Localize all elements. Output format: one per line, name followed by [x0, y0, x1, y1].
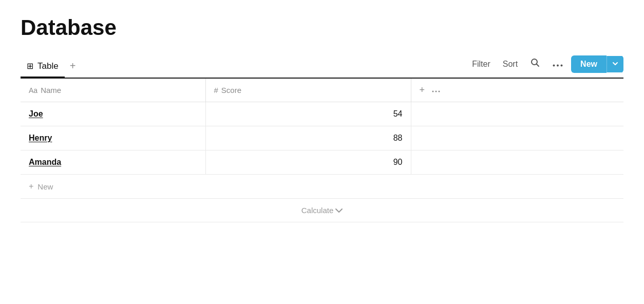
tab-table-label: Table	[37, 61, 59, 71]
new-button-dropdown[interactable]	[607, 56, 623, 72]
svg-point-3	[557, 65, 559, 67]
text-type-icon: Aa	[29, 86, 37, 94]
column-name-label: Name	[41, 86, 61, 94]
new-button-group: New	[571, 55, 623, 73]
svg-point-6	[435, 91, 437, 92]
table-icon: ⊞	[27, 61, 33, 71]
add-view-button[interactable]: +	[65, 58, 81, 74]
svg-point-2	[553, 65, 555, 67]
calculate-cell[interactable]: Calculate	[21, 199, 623, 222]
sort-button[interactable]: Sort	[499, 56, 522, 72]
calculate-label: Calculate	[301, 206, 334, 215]
add-column-button[interactable]: +	[420, 85, 425, 96]
column-score-label: Score	[221, 86, 241, 94]
calculate-row[interactable]: Calculate	[21, 199, 623, 222]
table-row[interactable]: Henry 88	[21, 126, 623, 150]
svg-point-5	[432, 91, 434, 92]
calculate-chevron-icon	[335, 208, 343, 213]
database-table: Aa Name # Score +	[21, 79, 623, 222]
cell-name[interactable]: Henry	[21, 126, 205, 150]
column-header-actions: +	[411, 79, 623, 102]
svg-line-1	[537, 64, 539, 67]
column-more-button[interactable]	[432, 86, 440, 94]
calculate-content[interactable]: Calculate	[29, 206, 615, 215]
cell-name[interactable]: Joe	[21, 102, 205, 126]
tab-table[interactable]: ⊞ Table	[21, 56, 65, 78]
cell-score[interactable]: 88	[205, 126, 411, 150]
svg-point-7	[439, 91, 440, 92]
search-icon	[530, 58, 540, 68]
column-header-name[interactable]: Aa Name	[21, 79, 205, 102]
cell-empty	[411, 102, 623, 126]
cell-score[interactable]: 54	[205, 102, 411, 126]
table-row[interactable]: Amanda 90	[21, 150, 623, 175]
new-button[interactable]: New	[571, 55, 607, 73]
cell-score[interactable]: 90	[205, 150, 411, 175]
new-row-label: New	[37, 182, 53, 191]
search-button[interactable]	[526, 54, 544, 73]
new-row-plus-icon: +	[29, 182, 33, 191]
table-row[interactable]: Joe 54	[21, 102, 623, 126]
column-header-score[interactable]: # Score	[205, 79, 411, 102]
new-row-cell[interactable]: + New	[21, 175, 623, 199]
toolbar-right: Filter Sort New	[468, 54, 623, 78]
cell-empty	[411, 126, 623, 150]
number-type-icon: #	[214, 86, 218, 94]
cell-empty	[411, 150, 623, 175]
chevron-down-icon	[612, 61, 618, 67]
filter-button[interactable]: Filter	[468, 56, 495, 72]
toolbar: ⊞ Table + Filter Sort New	[21, 54, 623, 79]
new-row[interactable]: + New	[21, 175, 623, 199]
cell-name[interactable]: Amanda	[21, 150, 205, 175]
new-row-content[interactable]: + New	[29, 182, 615, 191]
page-title: Database	[21, 15, 623, 40]
table-header-row: Aa Name # Score +	[21, 79, 623, 102]
more-options-button[interactable]	[548, 55, 567, 72]
svg-point-4	[561, 65, 563, 67]
column-more-icon	[432, 90, 440, 92]
more-icon	[553, 64, 563, 67]
